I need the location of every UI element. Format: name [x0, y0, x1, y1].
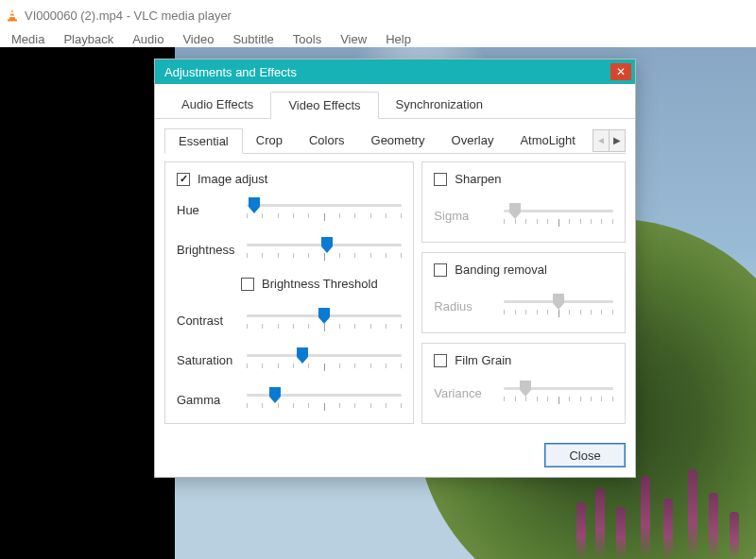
saturation-row: Saturation [177, 347, 402, 372]
menu-audio[interactable]: Audio [125, 30, 171, 48]
subtab-atmolight[interactable]: AtmoLight [507, 128, 589, 153]
svg-marker-0 [9, 9, 16, 20]
sigma-row: Sigma [434, 203, 613, 228]
dialog-close-icon[interactable]: ✕ [610, 63, 631, 80]
tab-video-effects[interactable]: Video Effects [270, 92, 378, 119]
radius-label: Radius [434, 299, 498, 313]
svg-rect-1 [8, 20, 17, 22]
brightness-threshold-label: Brightness Threshold [262, 277, 378, 291]
subtab-crop[interactable]: Crop [243, 128, 296, 153]
variance-row: Variance [434, 381, 613, 405]
banding-label: Banding removal [455, 263, 547, 277]
radius-slider[interactable] [504, 294, 613, 318]
menu-media[interactable]: Media [4, 30, 52, 48]
menu-playback[interactable]: Playback [56, 30, 121, 48]
dialog-footer: Close [155, 435, 635, 477]
svg-marker-4 [249, 197, 260, 213]
right-column: Sharpen Sigma Banding removal [421, 161, 626, 424]
film-grain-row[interactable]: Film Grain [434, 353, 613, 367]
banding-removal-panel: Banding removal Radius [421, 252, 626, 333]
hue-row: Hue [177, 197, 402, 222]
image-adjust-checkbox-row[interactable]: Image adjust [177, 172, 402, 186]
subtab-scroll-right-icon[interactable]: ▶ [610, 129, 626, 152]
variance-slider[interactable] [504, 381, 613, 405]
brightness-threshold-row[interactable]: Brightness Threshold [241, 277, 402, 291]
svg-marker-10 [553, 294, 564, 310]
dialog-title-text: Adjustments and Effects [164, 65, 297, 79]
svg-marker-9 [509, 203, 521, 219]
film-grain-panel: Film Grain Variance [421, 343, 626, 424]
subtab-overlay[interactable]: Overlay [438, 128, 507, 153]
radius-row: Radius [434, 294, 613, 318]
tab-audio-effects[interactable]: Audio Effects [164, 92, 270, 118]
saturation-label: Saturation [177, 353, 241, 367]
window-titlebar: VI000060 (2).mp4 - VLC media player [0, 0, 756, 26]
film-grain-checkbox[interactable] [434, 354, 447, 367]
adjustments-and-effects-dialog: Adjustments and Effects ✕ Audio Effects … [154, 59, 636, 478]
svg-rect-3 [9, 16, 14, 18]
svg-marker-5 [321, 237, 333, 253]
brightness-label: Brightness [177, 243, 241, 257]
image-adjust-panel: Image adjust Hue Brightness [164, 161, 414, 424]
menu-tools[interactable]: Tools [285, 30, 329, 48]
contrast-slider[interactable] [247, 308, 402, 332]
svg-marker-11 [520, 381, 531, 397]
brightness-row: Brightness [177, 237, 402, 262]
dialog-top-tabs: Audio Effects Video Effects Synchronizat… [155, 84, 635, 119]
tab-synchronization[interactable]: Synchronization [379, 92, 501, 118]
sigma-slider[interactable] [504, 203, 613, 228]
sharpen-row[interactable]: Sharpen [434, 172, 613, 186]
essential-content: Image adjust Hue Brightness [155, 154, 635, 435]
subtab-scroll-left-icon[interactable]: ◄ [593, 129, 610, 152]
sharpen-label: Sharpen [455, 172, 501, 186]
image-adjust-label: Image adjust [198, 172, 267, 186]
menu-view[interactable]: View [333, 30, 374, 48]
close-button[interactable]: Close [544, 443, 626, 467]
vlc-cone-icon [6, 8, 19, 22]
gamma-slider[interactable] [247, 387, 402, 412]
subtab-scroll-buttons: ◄ ▶ [593, 128, 626, 154]
image-adjust-checkbox[interactable] [177, 173, 190, 186]
sigma-label: Sigma [434, 209, 498, 223]
banding-row[interactable]: Banding removal [434, 263, 613, 277]
saturation-slider[interactable] [247, 347, 402, 372]
menu-subtitle[interactable]: Subtitle [225, 30, 281, 48]
contrast-label: Contrast [177, 313, 241, 328]
subtab-geometry[interactable]: Geometry [358, 128, 438, 153]
dialog-titlebar[interactable]: Adjustments and Effects ✕ [155, 59, 635, 84]
gamma-label: Gamma [177, 393, 241, 407]
subtab-colors[interactable]: Colors [296, 128, 358, 153]
video-effects-subtabs: Essential Crop Colors Geometry Overlay A… [164, 128, 626, 154]
svg-marker-6 [318, 308, 330, 324]
window-title: VI000060 (2).mp4 - VLC media player [25, 8, 232, 23]
menu-help[interactable]: Help [378, 30, 419, 48]
banding-checkbox[interactable] [434, 263, 447, 277]
svg-rect-2 [10, 12, 14, 14]
sharpen-checkbox[interactable] [434, 173, 447, 186]
hue-slider[interactable] [247, 197, 402, 222]
hue-label: Hue [177, 203, 241, 217]
svg-marker-7 [297, 347, 308, 364]
sharpen-panel: Sharpen Sigma [421, 161, 626, 243]
menu-video[interactable]: Video [175, 30, 221, 48]
brightness-threshold-checkbox[interactable] [241, 278, 254, 291]
film-grain-label: Film Grain [455, 353, 511, 367]
gamma-row: Gamma [177, 387, 402, 412]
contrast-row: Contrast [177, 308, 402, 332]
brightness-slider[interactable] [247, 237, 402, 262]
svg-marker-8 [269, 387, 281, 403]
variance-label: Variance [434, 386, 498, 400]
subtab-essential[interactable]: Essential [164, 128, 243, 154]
